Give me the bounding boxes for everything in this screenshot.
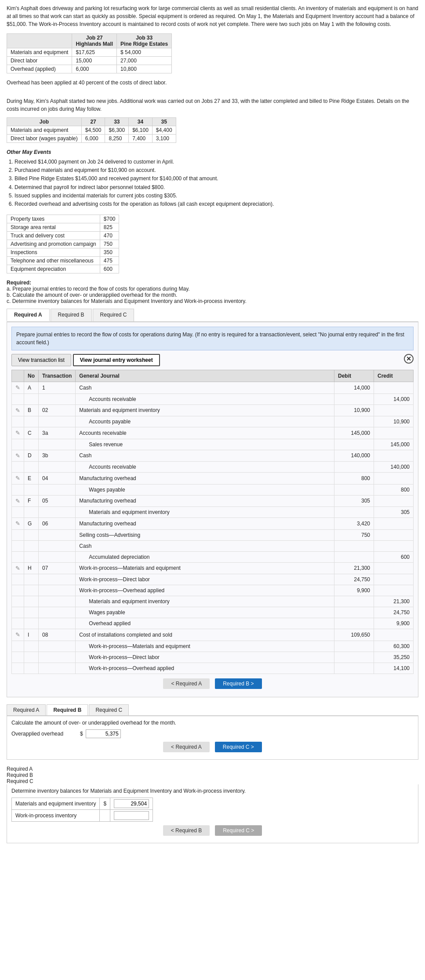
row-e-account2: Wages payable <box>76 484 334 495</box>
inv-value-input-1[interactable] <box>114 799 149 808</box>
row-h-no6 <box>24 618 39 629</box>
view-journal-worksheet-btn[interactable]: View journal entry worksheet <box>73 354 160 366</box>
col-edit <box>12 370 24 382</box>
tab2-required-b[interactable]: Required B <box>47 704 88 715</box>
jobs-row2-35: 3,100 <box>152 135 176 143</box>
edit-icon-i[interactable]: ✎ <box>12 629 24 641</box>
tab-required-b[interactable]: Required B <box>51 309 92 321</box>
row-i-credit4: 14,100 <box>374 663 414 674</box>
prev-required-b-btn2[interactable]: < Required B <box>163 825 210 836</box>
cost-row2-label: Direct labor <box>7 57 72 65</box>
table-row: Accounts payable 10,900 <box>12 416 414 427</box>
edit-icon-h[interactable]: ✎ <box>12 562 24 574</box>
row-e-credit1 <box>374 473 414 485</box>
edit-icon-c[interactable]: ✎ <box>12 427 24 439</box>
may-event-3: Billed Pine Ridge Estates $145,000 and r… <box>15 175 418 183</box>
row-d-trans2 <box>39 462 76 473</box>
next-required-c-btn[interactable]: Required C > <box>215 742 262 752</box>
jobs-row1-34: $6,100 <box>129 126 153 135</box>
row-h-debit3: 9,900 <box>334 585 374 596</box>
row-c-trans: 3a <box>39 427 76 439</box>
tab-required-a[interactable]: Required A <box>7 309 50 321</box>
row-i-credit1 <box>374 629 414 641</box>
next-required-c-btn2[interactable]: Required C > <box>215 825 262 836</box>
row-h-no5 <box>24 607 39 618</box>
oh-row7-val: 600 <box>100 265 119 273</box>
tab-required-c[interactable]: Required C <box>93 309 134 321</box>
inv-label-1: Materials and equipment inventory <box>12 798 100 809</box>
row-h-account4: Materials and equipment inventory <box>76 596 334 607</box>
view-transaction-list-btn[interactable]: View transaction list <box>11 354 71 366</box>
inventory-table: Materials and equipment inventory $ Work… <box>11 798 153 822</box>
row-b-trans2 <box>39 416 76 427</box>
row-h-account5: Wages payable <box>76 607 334 618</box>
row-d-no: D <box>24 450 39 462</box>
edit-icon-d[interactable]: ✎ <box>12 450 24 462</box>
jobs-col35: 35 <box>152 118 176 126</box>
inv-row-2: Work-in-process inventory <box>12 809 153 821</box>
col-general-journal: General Journal <box>76 370 334 382</box>
tab3-required-a[interactable]: Required A <box>7 766 418 772</box>
row-i-credit3: 35,250 <box>374 652 414 663</box>
cost-row3-label: Overhead (applied) <box>7 65 72 73</box>
edit-icon-b[interactable]: ✎ <box>12 404 24 416</box>
row-b-no: B <box>24 404 39 416</box>
row-b-credit1 <box>374 404 414 416</box>
row-h-credit1 <box>374 562 414 574</box>
prev-required-a-btn[interactable]: < Required A <box>163 678 210 689</box>
req-a-sub-tabs: View transaction list View journal entry… <box>11 354 414 366</box>
inv-value-1[interactable] <box>110 798 153 809</box>
row-i-credit2: 60,300 <box>374 641 414 652</box>
edit-icon-a[interactable]: ✎ <box>12 382 24 394</box>
row-a-credit2: 14,000 <box>374 393 414 404</box>
req-b-value-input[interactable] <box>86 729 121 738</box>
tab2-required-a[interactable]: Required A <box>7 704 46 715</box>
tab3-required-b[interactable]: Required B <box>7 772 418 778</box>
table-row: ✎ I 08 Cost of installations completed a… <box>12 629 414 641</box>
row-b-debit2 <box>334 416 374 427</box>
row-i-edit4 <box>12 663 24 674</box>
tab2-required-c[interactable]: Required C <box>89 704 129 715</box>
jobs-col0: Job <box>7 118 82 126</box>
table-row: Work-in-process—Overhead applied 14,100 <box>12 663 414 674</box>
row-i-account1: Cost of installations completed and sold <box>76 629 334 641</box>
table-row: Accounts receivable 14,000 <box>12 393 414 404</box>
row-f-no: F <box>24 495 39 507</box>
row-h-credit2 <box>374 574 414 585</box>
req-c-tabs: Required A Required B Required C <box>7 766 418 784</box>
row-a-credit1 <box>374 382 414 394</box>
edit-icon-f[interactable]: ✎ <box>12 495 24 507</box>
edit-icon-e[interactable]: ✎ <box>12 473 24 485</box>
row-g-edit2 <box>12 529 24 540</box>
oh-row2-val: 825 <box>100 223 119 232</box>
row-f-account1: Manufacturing overhead <box>76 495 334 507</box>
row-h-debit4 <box>334 596 374 607</box>
table-row: ✎ G 06 Manufacturing overhead 3,420 <box>12 518 414 530</box>
row-g-trans3 <box>39 540 76 551</box>
next-required-b-btn[interactable]: Required B > <box>215 678 262 689</box>
row-h-no3 <box>24 585 39 596</box>
req-c-section: Required A Required B Required C Determi… <box>7 766 418 843</box>
table-row: Work-in-process—Overhead applied 9,900 <box>12 585 414 596</box>
row-a-account2: Accounts receivable <box>76 393 334 404</box>
tab3-required-c[interactable]: Required C <box>7 778 418 784</box>
row-i-no: I <box>24 629 39 641</box>
row-e-credit2: 800 <box>374 484 414 495</box>
jobs-col33: 33 <box>105 118 129 126</box>
row-f-no2 <box>24 507 39 518</box>
inv-value-2[interactable] <box>110 809 153 821</box>
cost-row2-job33: 27,000 <box>117 57 172 65</box>
edit-icon-g[interactable]: ✎ <box>12 518 24 530</box>
row-g-edit4 <box>12 551 24 562</box>
row-h-trans2 <box>39 574 76 585</box>
row-g-no: G <box>24 518 39 530</box>
close-button[interactable]: ✕ <box>404 354 414 364</box>
row-b-edit2 <box>12 416 24 427</box>
may-events-title: Other May Events <box>7 149 418 155</box>
inv-value-input-2[interactable] <box>114 811 149 820</box>
prev-required-a-btn2[interactable]: < Required A <box>163 742 210 752</box>
table-row: Selling costs—Advertising 750 <box>12 529 414 540</box>
oh-row6-val: 475 <box>100 257 119 265</box>
row-c-account1: Accounts receivable <box>76 427 334 439</box>
req-c-instruction: Determine inventory balances for Materia… <box>11 788 414 794</box>
